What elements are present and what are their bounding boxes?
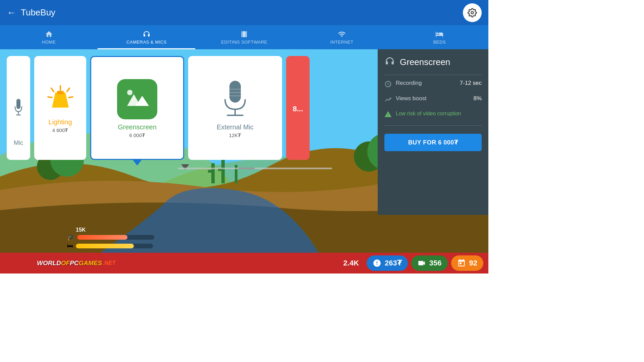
svg-rect-21 <box>57 91 64 94</box>
card-greenscreen-label: Greenscreen <box>118 123 157 131</box>
card-greenscreen[interactable]: Greenscreen 6 000₮ <box>90 56 184 160</box>
detail-title: Greenscreen <box>400 57 450 67</box>
nav-tabs: HOME CAMERAS & MICS EDITING SOFTWARE INT… <box>0 25 488 49</box>
site-suffix: .NET <box>103 260 116 266</box>
currency-icon <box>373 259 381 267</box>
header: ← TubeBuy <box>0 0 488 25</box>
app-title: TubeBuy <box>21 7 463 18</box>
video-value: 356 <box>429 259 442 267</box>
card-mic-label: Mic <box>7 139 30 146</box>
svg-line-18 <box>69 97 73 98</box>
home-icon <box>45 30 53 38</box>
card-greenscreen-price: 6 000₮ <box>129 132 145 138</box>
progress-area: 15K 🎓 🛏 <box>67 227 154 251</box>
svg-point-0 <box>471 11 474 14</box>
bed-small-icon: 🛏 <box>67 242 73 249</box>
svg-line-19 <box>51 88 54 92</box>
progress-bar-2-bg <box>76 244 153 248</box>
scroll-bar[interactable] <box>178 168 332 169</box>
divider-1 <box>384 75 482 75</box>
detail-views-boost-row: Views boost 8% <box>384 95 482 105</box>
tab-cameras-mics-label: CAMERAS & MICS <box>126 40 167 45</box>
video-icon <box>417 259 426 267</box>
greenscreen-icon-bg <box>117 79 157 119</box>
tab-editing-label: EDITING SOFTWARE <box>221 40 267 45</box>
svg-rect-5 <box>208 170 215 173</box>
currency-badge: 263₮ <box>367 255 408 271</box>
card-partial-label: 8... <box>293 105 303 113</box>
external-mic-icon <box>217 79 254 119</box>
calendar-icon <box>457 259 466 267</box>
tab-cameras-mics[interactable]: CAMERAS & MICS <box>98 25 195 49</box>
selected-arrow <box>132 160 142 166</box>
detail-risk-row: Low risk of video corruption <box>384 111 482 119</box>
scroll-thumb <box>238 168 255 169</box>
recording-label: Recording <box>396 80 456 86</box>
site-logo: WORLDOFPCGAMES .NET <box>3 259 343 267</box>
buy-button[interactable]: BUY FOR 6 000₮ <box>384 134 482 151</box>
recording-value: 7-12 sec <box>460 80 482 86</box>
card-partial[interactable]: 8... <box>286 56 310 160</box>
headphones-icon <box>143 30 151 38</box>
gear-icon <box>468 8 477 17</box>
card-externlmic-label: External Mic <box>217 123 254 131</box>
calendar-badge: 92 <box>451 255 483 271</box>
tab-internet-label: INTERNET <box>330 40 354 45</box>
detail-recording-row: Recording 7-12 sec <box>384 80 482 89</box>
film-icon <box>240 30 248 38</box>
hat-icon: 🎓 <box>67 234 74 241</box>
currency-value: 263₮ <box>385 259 402 267</box>
card-lighting-price: 4 600₮ <box>52 127 68 133</box>
warning-icon <box>384 111 392 119</box>
svg-rect-4 <box>211 163 215 183</box>
svg-point-24 <box>127 90 132 95</box>
wifi-icon <box>338 30 346 38</box>
progress-bar-2-fill <box>76 244 134 248</box>
greenscreen-icon <box>124 86 151 113</box>
divider-2 <box>384 125 482 126</box>
tab-home[interactable]: HOME <box>0 25 98 49</box>
card-external-mic[interactable]: External Mic 12K₮ <box>188 56 282 160</box>
card-lighting[interactable]: Lighting 4 600₮ <box>34 56 86 160</box>
status-bar: WORLDOFPCGAMES .NET 2.4K 263₮ 356 92 <box>0 253 488 274</box>
tab-home-label: HOME <box>42 40 56 45</box>
tab-internet[interactable]: INTERNET <box>293 25 391 49</box>
risk-label: Low risk of video corruption <box>396 111 461 117</box>
calendar-value: 92 <box>469 259 477 267</box>
video-badge: 356 <box>411 255 448 271</box>
svg-rect-25 <box>229 81 241 103</box>
trending-icon <box>384 96 392 105</box>
detail-header: Greenscreen <box>384 56 482 68</box>
tab-beds[interactable]: BEDS <box>391 25 488 49</box>
settings-button[interactable] <box>463 3 482 22</box>
headphones-detail-icon <box>384 56 395 68</box>
bed-icon <box>435 30 443 38</box>
svg-rect-6 <box>221 160 225 183</box>
card-mic[interactable]: Mic <box>7 56 30 160</box>
card-lighting-label: Lighting <box>48 118 72 126</box>
detail-panel: Greenscreen Recording 7-12 sec Views boo… <box>378 49 488 215</box>
tab-beds-label: BEDS <box>433 40 446 45</box>
progress-max-label: 15K <box>76 227 154 233</box>
svg-rect-13 <box>16 99 20 109</box>
progress-row-2: 🛏 <box>67 242 154 249</box>
views-boost-value: 8% <box>473 95 482 102</box>
tab-editing-software[interactable]: EDITING SOFTWARE <box>195 25 293 49</box>
back-button[interactable]: ← <box>7 7 16 18</box>
clock-icon <box>384 80 392 89</box>
lighting-icon <box>45 84 75 114</box>
progress-bar-1-bg <box>77 235 154 240</box>
svg-line-20 <box>48 97 52 98</box>
site-name: WORLDOFPCGAMES <box>37 259 102 267</box>
mic-small-icon <box>13 99 23 119</box>
views-count: 2.4K <box>343 259 359 267</box>
progress-bar-1-fill <box>77 235 127 240</box>
svg-line-17 <box>67 88 69 92</box>
progress-row-1: 🎓 <box>67 234 154 241</box>
views-boost-label: Views boost <box>396 95 469 102</box>
card-externlmic-price: 12K₮ <box>229 132 241 138</box>
